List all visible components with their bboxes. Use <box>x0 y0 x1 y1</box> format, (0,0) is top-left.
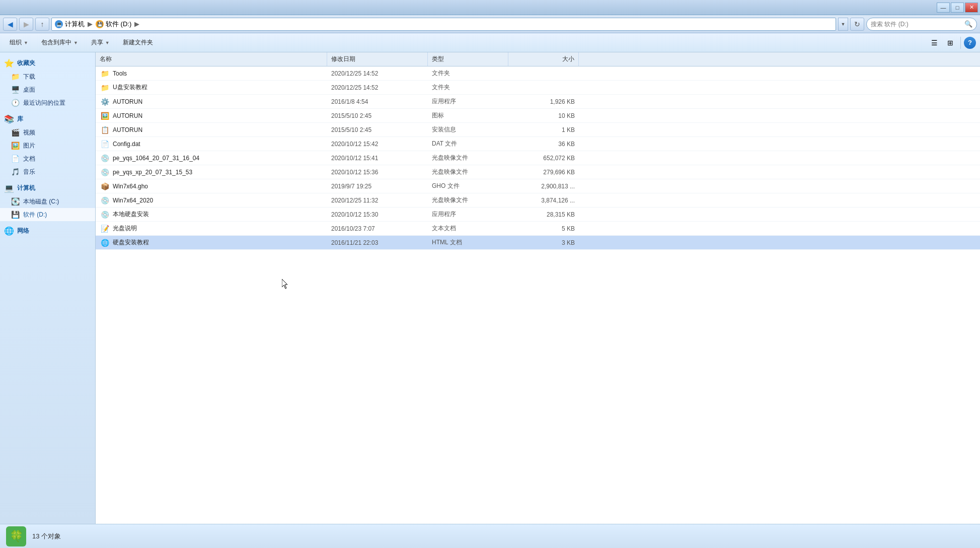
file-name-cell: 📝 光盘说明 <box>96 222 327 235</box>
file-name: AUTORUN <box>113 126 142 133</box>
file-name-cell: 💿 pe_yqs_1064_20_07_31_16_04 <box>96 151 327 165</box>
toolbar: 组织 ▼ 包含到库中 ▼ 共享 ▼ 新建文件夹 ☰ ⊞ ? <box>0 33 980 52</box>
table-row[interactable]: 📦 Win7x64.gho 2019/9/7 19:25 GHO 文件 2,90… <box>96 179 980 193</box>
refresh-button[interactable]: ↻ <box>850 18 864 31</box>
sidebar-section-network: 🌐 网络 <box>0 224 95 238</box>
include-library-button[interactable]: 包含到库中 ▼ <box>36 36 84 50</box>
share-chevron: ▼ <box>105 40 110 45</box>
file-name-cell: 💿 Win7x64_2020 <box>96 193 327 207</box>
table-row[interactable]: 💿 pe_yqs_xp_20_07_31_15_53 2020/10/12 15… <box>96 165 980 179</box>
file-size-cell: 279,696 KB <box>508 165 579 179</box>
table-row[interactable]: 💿 本地硬盘安装 2020/10/12 15:30 应用程序 28,315 KB <box>96 208 980 222</box>
search-box[interactable]: 🔍 <box>866 18 977 31</box>
file-type-icon: 💿 <box>100 167 110 177</box>
file-name: Win7x64_2020 <box>113 197 153 204</box>
file-name: U盘安装教程 <box>113 83 147 92</box>
file-name-cell: ⚙️ AUTORUN <box>96 95 327 108</box>
table-row[interactable]: 💿 pe_yqs_1064_20_07_31_16_04 2020/10/12 … <box>96 151 980 165</box>
file-type-cell: 文本文档 <box>428 222 508 235</box>
sidebar-item-music[interactable]: 🎵 音乐 <box>0 165 95 178</box>
forward-button[interactable]: ▶ <box>19 18 33 31</box>
close-button[interactable]: ✕ <box>965 3 978 13</box>
sidebar-item-recent[interactable]: 🕐 最近访问的位置 <box>0 96 95 109</box>
folder-icon: 📁 <box>10 72 20 82</box>
sidebar-item-c-drive[interactable]: 💽 本地磁盘 (C:) <box>0 195 95 208</box>
include-chevron: ▼ <box>73 40 78 45</box>
file-name-cell: 💿 本地硬盘安装 <box>96 208 327 221</box>
c-drive-label: 本地磁盘 (C:) <box>23 197 59 206</box>
file-name: 硬盘安装教程 <box>113 238 149 247</box>
search-input[interactable] <box>871 21 962 28</box>
table-row[interactable]: 📄 Config.dat 2020/10/12 15:42 DAT 文件 36 … <box>96 137 980 151</box>
status-count: 13 个对象 <box>32 532 61 541</box>
search-icon[interactable]: 🔍 <box>964 20 972 28</box>
sidebar-item-images[interactable]: 🖼️ 图片 <box>0 139 95 152</box>
sidebar-section-favorites: ⭐ 收藏夹 📁 下载 🖥️ 桌面 🕐 最近访问的位置 <box>0 56 95 109</box>
file-size-cell <box>508 81 579 94</box>
sidebar-item-desktop[interactable]: 🖥️ 桌面 <box>0 83 95 96</box>
recent-icon: 🕐 <box>10 98 20 108</box>
table-row[interactable]: 📁 U盘安装教程 2020/12/25 14:52 文件夹 <box>96 81 980 95</box>
file-type-icon: 💿 <box>100 195 110 206</box>
file-date-cell: 2020/10/12 15:36 <box>327 165 428 179</box>
address-dropdown[interactable]: ▼ <box>838 18 848 31</box>
sidebar-header-computer[interactable]: 💻 计算机 <box>0 181 95 195</box>
file-size-cell: 10 KB <box>508 109 579 122</box>
sidebar-item-video[interactable]: 🎬 视频 <box>0 126 95 139</box>
view-button2[interactable]: ⊞ <box>943 36 957 49</box>
file-name: pe_yqs_xp_20_07_31_15_53 <box>113 169 192 176</box>
computer-label: 计算机 <box>17 184 35 192</box>
file-date-cell: 2016/10/23 7:07 <box>327 222 428 235</box>
view-button1[interactable]: ☰ <box>927 36 941 49</box>
sidebar-item-d-drive[interactable]: 💾 软件 (D:) <box>0 208 95 221</box>
recent-label: 最近访问的位置 <box>23 99 65 107</box>
up-button[interactable]: ↑ <box>35 18 49 31</box>
video-label: 视频 <box>23 128 35 137</box>
file-name-cell: 🌐 硬盘安装教程 <box>96 236 327 249</box>
file-size-cell: 36 KB <box>508 137 579 151</box>
file-name-cell: 📄 Config.dat <box>96 137 327 151</box>
file-size-cell: 3 KB <box>508 236 579 249</box>
desktop-icon: 🖥️ <box>10 85 20 95</box>
library-label: 库 <box>17 115 23 123</box>
back-button[interactable]: ◀ <box>3 18 17 31</box>
sidebar-section-library: 📚 库 🎬 视频 🖼️ 图片 📄 文档 🎵 音乐 <box>0 112 95 178</box>
network-label: 网络 <box>17 227 29 235</box>
video-icon: 🎬 <box>10 127 20 138</box>
table-row[interactable]: 📁 Tools 2020/12/25 14:52 文件夹 <box>96 66 980 81</box>
table-row[interactable]: 📋 AUTORUN 2015/5/10 2:45 安装信息 1 KB <box>96 123 980 137</box>
file-type-icon: 🌐 <box>100 238 110 248</box>
new-folder-button[interactable]: 新建文件夹 <box>117 36 159 50</box>
column-header-type[interactable]: 类型 <box>428 52 508 66</box>
address-drive-icon: 💾 <box>96 20 104 28</box>
minimize-button[interactable]: — <box>937 3 950 13</box>
file-date-cell: 2020/12/25 11:32 <box>327 193 428 207</box>
maximize-button[interactable]: □ <box>951 3 964 13</box>
addressbar: ◀ ▶ ↑ 💻 计算机 ▶ 💾 软件 (D:) ▶ ▼ ↻ 🔍 <box>0 15 980 33</box>
file-name: 本地硬盘安装 <box>113 210 149 219</box>
column-header-date[interactable]: 修改日期 <box>327 52 428 66</box>
sidebar-item-downloads[interactable]: 📁 下载 <box>0 70 95 83</box>
sidebar-item-documents[interactable]: 📄 文档 <box>0 152 95 165</box>
address-computer-label: 计算机 <box>65 20 85 29</box>
file-name: AUTORUN <box>113 98 142 105</box>
table-row[interactable]: 📝 光盘说明 2016/10/23 7:07 文本文档 5 KB <box>96 222 980 236</box>
sidebar-header-network[interactable]: 🌐 网络 <box>0 224 95 238</box>
column-header-size[interactable]: 大小 <box>508 52 579 66</box>
sidebar-header-favorites[interactable]: ⭐ 收藏夹 <box>0 56 95 70</box>
music-icon: 🎵 <box>10 167 20 177</box>
column-header-name[interactable]: 名称 <box>96 52 327 66</box>
table-row[interactable]: 🌐 硬盘安装教程 2016/11/21 22:03 HTML 文档 3 KB <box>96 236 980 250</box>
table-row[interactable]: 🖼️ AUTORUN 2015/5/10 2:45 图标 10 KB <box>96 109 980 123</box>
table-row[interactable]: 💿 Win7x64_2020 2020/12/25 11:32 光盘映像文件 3… <box>96 193 980 208</box>
file-size-cell: 3,874,126 ... <box>508 193 579 207</box>
file-name: 光盘说明 <box>113 224 137 233</box>
organize-button[interactable]: 组织 ▼ <box>4 36 34 50</box>
file-type-icon: 📋 <box>100 125 110 135</box>
sidebar-header-library[interactable]: 📚 库 <box>0 112 95 126</box>
help-button[interactable]: ? <box>964 37 976 49</box>
share-button[interactable]: 共享 ▼ <box>86 36 115 50</box>
address-computer-icon: 💻 <box>55 20 63 28</box>
file-size-cell: 5 KB <box>508 222 579 235</box>
table-row[interactable]: ⚙️ AUTORUN 2016/1/8 4:54 应用程序 1,926 KB <box>96 95 980 109</box>
